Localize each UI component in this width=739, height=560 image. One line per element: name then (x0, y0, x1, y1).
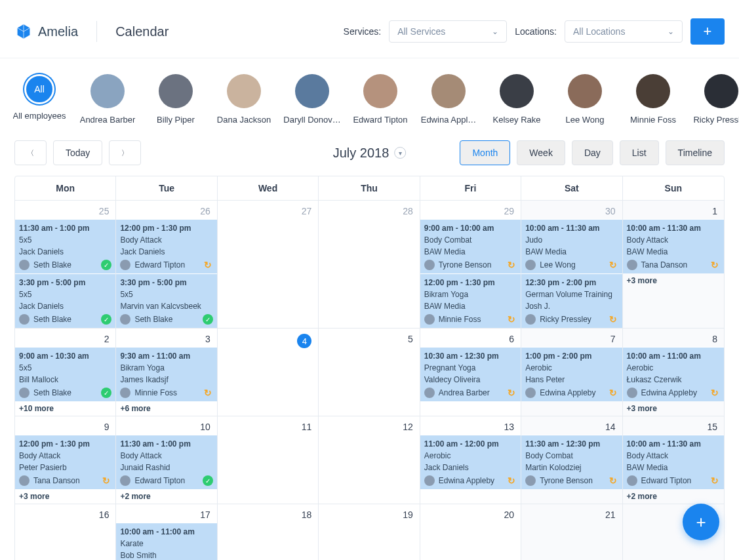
day-cell[interactable]: 19 (319, 504, 420, 560)
day-cell[interactable]: 12 (319, 416, 420, 504)
appointment[interactable]: 11:30 am - 12:30 pmBody CombatMartin Kol… (521, 435, 622, 489)
day-cell[interactable]: 1411:30 am - 12:30 pmBody CombatMartin K… (521, 416, 622, 504)
day-cell[interactable]: 299:00 am - 10:00 amBody CombatBAW Media… (420, 201, 521, 329)
next-button[interactable]: 〉 (109, 140, 141, 165)
employee-e1[interactable]: Andrea Barber (83, 74, 132, 125)
appointment[interactable]: 10:00 am - 11:00 amKarateBob Smith (116, 523, 216, 560)
day-number: 10 (116, 416, 216, 435)
day-cell[interactable]: 71:00 pm - 2:00 pmAerobicHans PeterEdwin… (521, 329, 622, 416)
day-cell[interactable]: 610:30 am - 12:30 pmPregnant YogaValdecy… (420, 329, 521, 416)
avatar (19, 260, 30, 270)
more-link[interactable]: +10 more (15, 401, 115, 416)
prev-button[interactable]: 〈 (14, 140, 47, 165)
employee-e6[interactable]: Edwina Appl… (424, 74, 473, 125)
appointment[interactable]: 10:00 am - 11:00 amAerobicŁukasz Czerwik… (623, 347, 724, 401)
status-pending-icon (608, 314, 618, 325)
day-cell[interactable]: 1011:30 am - 1:00 pmBody AttackJunaid Ra… (116, 416, 217, 504)
more-link[interactable]: +2 more (116, 489, 216, 504)
day-cell[interactable]: 20 (420, 504, 521, 560)
more-link[interactable]: +3 more (15, 489, 115, 504)
appointment[interactable]: 11:30 am - 1:00 pmBody AttackJunaid Rash… (116, 435, 216, 489)
day-number: 29 (420, 201, 521, 219)
day-cell[interactable]: 2612:00 pm - 1:30 pmBody AttackJack Dani… (116, 201, 217, 329)
event-customer: Jack Daniels (19, 300, 111, 312)
employee-e9[interactable]: Minnie Foss (628, 74, 678, 125)
appointment[interactable]: 3:30 pm - 5:00 pm5x5Jack DanielsSeth Bla… (15, 273, 115, 328)
event-customer: Hans Peter (525, 374, 618, 386)
day-cell[interactable]: 1311:00 am - 12:00 pmAerobicJack Daniels… (420, 416, 521, 504)
more-link[interactable]: +2 more (623, 489, 724, 504)
employee-all[interactable]: AllAll employees (14, 74, 64, 125)
more-link[interactable]: +6 more (116, 401, 216, 416)
avatar (500, 74, 534, 108)
dow-header: Fri (420, 176, 521, 201)
employee-e10[interactable]: Ricky Pressley (696, 74, 739, 125)
day-cell[interactable]: 16 (15, 504, 116, 560)
employee-e7[interactable]: Kelsey Rake (492, 74, 542, 125)
employee-name: Daryll Donov… (283, 115, 340, 125)
event-service: 5x5 (120, 289, 212, 300)
day-number: 4 (218, 329, 318, 351)
appointment[interactable]: 12:00 pm - 1:30 pmBody AttackPeter Pasie… (15, 435, 115, 489)
view-timeline[interactable]: Timeline (666, 140, 725, 165)
day-cell[interactable]: 27 (218, 201, 319, 329)
view-day[interactable]: Day (572, 140, 613, 165)
appointment[interactable]: 10:00 am - 11:30 amBody AttackBAW MediaT… (623, 219, 724, 273)
locations-select[interactable]: All Locations ⌄ (565, 20, 683, 43)
appointment[interactable]: 9:30 am - 11:00 amBikram YogaJames Ikads… (116, 347, 216, 401)
event-time: 12:00 pm - 1:30 pm (424, 277, 517, 289)
view-list[interactable]: List (620, 140, 659, 165)
day-cell[interactable]: 1510:00 am - 11:30 amBody AttackBAW Medi… (623, 416, 724, 504)
day-cell[interactable]: 4 (218, 329, 319, 416)
appointment[interactable]: 9:00 am - 10:00 amBody CombatBAW MediaTy… (420, 219, 521, 273)
appointment[interactable]: 12:00 pm - 1:30 pmBody AttackJack Daniel… (116, 219, 216, 273)
brand-logo[interactable]: Amelia (14, 22, 78, 41)
day-cell[interactable]: 2511:30 am - 1:00 pm5x5Jack DanielsSeth … (15, 201, 116, 329)
day-cell[interactable]: 810:00 am - 11:00 amAerobicŁukasz Czerwi… (623, 329, 724, 416)
day-cell[interactable]: 29:00 am - 10:30 am5x5Bill MallockSeth B… (15, 329, 116, 416)
employee-e4[interactable]: Daryll Donov… (287, 74, 337, 125)
day-cell[interactable]: 1710:00 am - 11:00 amKarateBob Smith (116, 504, 217, 560)
day-cell[interactable]: 110:00 am - 11:30 amBody AttackBAW Media… (623, 201, 724, 329)
day-cell[interactable]: 21 (521, 504, 622, 560)
employee-e3[interactable]: Dana Jackson (219, 74, 269, 125)
day-cell[interactable]: 39:30 am - 11:00 amBikram YogaJames Ikad… (116, 329, 217, 416)
logo-icon (14, 22, 33, 41)
view-month[interactable]: Month (460, 140, 510, 165)
avatar (295, 74, 329, 108)
day-number: 12 (319, 416, 419, 435)
day-cell[interactable]: 5 (319, 329, 420, 416)
event-employee: Edward Tipton (134, 259, 185, 271)
day-cell[interactable]: 28 (319, 201, 420, 329)
day-cell[interactable]: 11 (218, 416, 319, 504)
appointment[interactable]: 1:00 pm - 2:00 pmAerobicHans PeterEdwina… (521, 347, 622, 401)
appointment[interactable]: 9:00 am - 10:30 am5x5Bill MallockSeth Bl… (15, 347, 115, 401)
appointment[interactable]: 10:30 am - 12:30 pmPregnant YogaValdecy … (420, 347, 521, 401)
day-cell[interactable]: 912:00 pm - 1:30 pmBody AttackPeter Pasi… (15, 416, 116, 504)
add-button[interactable]: + (690, 18, 725, 45)
appointment[interactable]: 12:30 pm - 2:00 pmGerman Volume Training… (521, 273, 622, 328)
event-service: 5x5 (19, 362, 111, 374)
view-week[interactable]: Week (517, 140, 565, 165)
employee-e8[interactable]: Lee Wong (560, 74, 610, 125)
event-customer: Jack Daniels (424, 462, 517, 473)
appointment[interactable]: 11:30 am - 1:00 pm5x5Jack DanielsSeth Bl… (15, 219, 115, 273)
appointment[interactable]: 12:00 pm - 1:30 pmBikram YogaBAW MediaMi… (420, 273, 521, 328)
appointment[interactable]: 10:00 am - 11:30 amJudoBAW MediaLee Wong (521, 219, 622, 273)
day-cell[interactable]: 3010:00 am - 11:30 amJudoBAW MediaLee Wo… (521, 201, 622, 329)
day-number: 18 (218, 504, 318, 523)
appointment[interactable]: 10:00 am - 11:30 amBody AttackBAW MediaE… (623, 435, 724, 489)
today-button[interactable]: Today (53, 140, 102, 165)
employee-e2[interactable]: Billy Piper (151, 74, 201, 125)
appointment[interactable]: 3:30 pm - 5:00 pm5x5Marvin van Kalcvsbee… (116, 273, 216, 328)
event-customer: Jack Daniels (120, 246, 212, 258)
services-select[interactable]: All Services ⌄ (389, 20, 507, 43)
avatar (627, 388, 637, 398)
appointment[interactable]: 11:00 am - 12:00 pmAerobicJack DanielsEd… (420, 435, 521, 489)
employee-e5[interactable]: Edward Tipton (355, 74, 405, 125)
fab-add[interactable]: + (683, 504, 719, 540)
more-link[interactable]: +3 more (623, 273, 724, 288)
period-selector[interactable]: July 2018 ▾ (333, 146, 407, 161)
more-link[interactable]: +3 more (623, 401, 724, 416)
day-cell[interactable]: 18 (218, 504, 319, 560)
